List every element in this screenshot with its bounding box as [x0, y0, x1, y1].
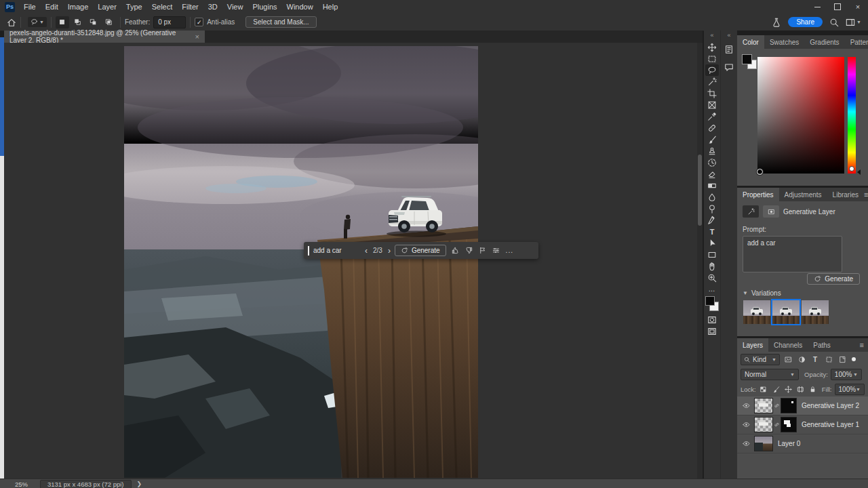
lasso-tool-preset[interactable]: ▼	[28, 17, 47, 27]
hue-slider[interactable]	[848, 57, 856, 174]
menu-filter[interactable]: Filter	[177, 1, 203, 13]
path-selection-tool[interactable]	[705, 237, 719, 249]
healing-brush-tool[interactable]	[705, 122, 719, 134]
foreground-color-swatch[interactable]	[742, 54, 752, 64]
quick-mask-button[interactable]	[705, 314, 719, 325]
expand-panels-icon[interactable]: «	[727, 30, 730, 43]
crop-tool[interactable]	[705, 87, 719, 99]
select-and-mask-button[interactable]: Select and Mask...	[245, 16, 316, 28]
subtract-selection-button[interactable]	[87, 16, 100, 28]
new-selection-button[interactable]	[56, 16, 69, 28]
canvas-scrollbar[interactable]	[697, 43, 703, 479]
layer-name[interactable]: Layer 0	[778, 440, 800, 447]
menu-layer[interactable]: Layer	[93, 1, 121, 13]
scrollbar-thumb[interactable]	[698, 155, 702, 226]
layer-mask-thumbnail[interactable]	[781, 417, 797, 432]
layer-row-generative-layer-1[interactable]: Generative Layer 1	[737, 415, 868, 434]
fill-input[interactable]: 100% ▼	[835, 384, 865, 395]
foreground-color-swatch[interactable]	[705, 296, 715, 306]
filter-adjustment-layers-button[interactable]	[796, 354, 807, 365]
filter-pixel-layers-button[interactable]	[783, 354, 793, 365]
magic-wand-tool[interactable]	[705, 76, 719, 87]
type-tool[interactable]: T	[705, 226, 719, 237]
thumbs-up-icon[interactable]	[452, 247, 459, 254]
layer-row-layer-0[interactable]: Layer 0	[737, 434, 868, 453]
tech-previews-icon[interactable]	[772, 18, 781, 27]
pen-tool[interactable]	[705, 214, 719, 226]
more-options-icon[interactable]: ...	[506, 247, 513, 254]
menu-3d[interactable]: 3D	[203, 1, 222, 13]
hand-tool[interactable]	[705, 260, 719, 272]
opacity-input[interactable]: 100% ▼	[831, 369, 862, 380]
color-field-marker[interactable]	[757, 169, 763, 175]
panel-menu-icon[interactable]: ≡	[860, 338, 868, 352]
filter-type-layers-button[interactable]: T	[810, 354, 821, 365]
edit-toolbar-button[interactable]: …	[705, 283, 719, 295]
lock-all-button[interactable]	[808, 384, 818, 394]
brush-tool[interactable]	[705, 134, 719, 145]
menu-type[interactable]: Type	[121, 1, 147, 13]
visibility-toggle[interactable]	[740, 402, 752, 409]
lock-position-button[interactable]	[783, 384, 793, 394]
blend-mode-select[interactable]: Normal ▼	[741, 369, 799, 380]
layer-filter-kind[interactable]: Kind ▼	[741, 354, 780, 365]
eyedropper-tool[interactable]	[705, 110, 719, 122]
fg-bg-swatches[interactable]	[742, 54, 757, 69]
dodge-tool[interactable]	[705, 203, 719, 214]
generate-button[interactable]: Generate	[807, 273, 860, 285]
visibility-toggle[interactable]	[740, 421, 752, 428]
previous-variation-icon[interactable]: ‹	[365, 246, 368, 256]
next-variation-icon[interactable]: ›	[388, 246, 391, 256]
minimize-button[interactable]	[807, 1, 827, 14]
tab-color[interactable]: Color	[737, 35, 764, 49]
layer-row-generative-layer-2[interactable]: Generative Layer 2	[737, 396, 868, 415]
document-tab[interactable]: pexels-angelo-duranti-3512848.jpg @ 25% …	[4, 30, 205, 43]
filter-smart-objects-button[interactable]	[837, 354, 848, 365]
hue-slider-marker[interactable]	[849, 166, 854, 171]
zoom-tool[interactable]	[705, 272, 719, 283]
blur-tool[interactable]	[705, 191, 719, 203]
feather-input[interactable]: 0 px	[153, 16, 186, 28]
share-button[interactable]: Share	[788, 17, 823, 27]
panel-menu-icon[interactable]: ≡	[864, 188, 868, 201]
menu-view[interactable]: View	[222, 1, 248, 13]
tab-gradients[interactable]: Gradients	[804, 35, 844, 49]
workspace-switcher[interactable]: ▼	[846, 18, 861, 27]
menu-help[interactable]: Help	[318, 1, 343, 13]
tab-layers[interactable]: Layers	[737, 338, 768, 352]
prompt-textarea[interactable]: add a car	[743, 236, 842, 272]
screen-mode-button[interactable]	[705, 325, 719, 337]
intersect-selection-button[interactable]	[102, 16, 116, 28]
filter-toggle-pin[interactable]	[852, 357, 856, 361]
add-selection-button[interactable]	[71, 16, 85, 28]
variation-thumbnail-2-selected[interactable]	[772, 300, 800, 324]
home-icon[interactable]	[7, 18, 16, 27]
tab-adjustments[interactable]: Adjustments	[779, 188, 827, 201]
variation-thumbnail-1[interactable]	[743, 300, 770, 324]
tab-libraries[interactable]: Libraries	[827, 188, 864, 201]
lock-transparent-pixels-button[interactable]	[759, 384, 768, 394]
menu-file[interactable]: File	[19, 1, 41, 13]
status-chevron-icon[interactable]: ❯	[137, 481, 142, 487]
marquee-tool[interactable]	[705, 53, 719, 64]
shape-tool[interactable]	[705, 249, 719, 260]
layer-thumbnail[interactable]	[754, 398, 773, 413]
search-icon[interactable]	[829, 18, 839, 27]
filter-shape-layers-button[interactable]	[823, 354, 834, 365]
foreground-background-swatches[interactable]	[705, 296, 719, 311]
tab-patterns[interactable]: Patterns	[845, 35, 868, 49]
close-button[interactable]: ×	[848, 1, 868, 14]
anti-alias-checkbox[interactable]: ✓	[195, 18, 203, 26]
document-image[interactable]	[124, 46, 478, 478]
eraser-tool[interactable]	[705, 168, 719, 180]
tab-close-icon[interactable]: ×	[195, 33, 199, 41]
thumbs-down-icon[interactable]	[465, 247, 473, 254]
collapse-toolbar-icon[interactable]: «	[710, 30, 713, 41]
tab-paths[interactable]: Paths	[808, 338, 836, 352]
lasso-tool[interactable]	[705, 64, 719, 76]
frame-tool[interactable]	[705, 99, 719, 110]
variations-header[interactable]: ▼ Variations	[743, 289, 781, 297]
lock-image-pixels-button[interactable]	[771, 384, 781, 394]
lock-artboard-button[interactable]	[795, 384, 805, 394]
canvas-area[interactable]: add a car ‹ 2/3 › Generate ...	[4, 43, 697, 479]
